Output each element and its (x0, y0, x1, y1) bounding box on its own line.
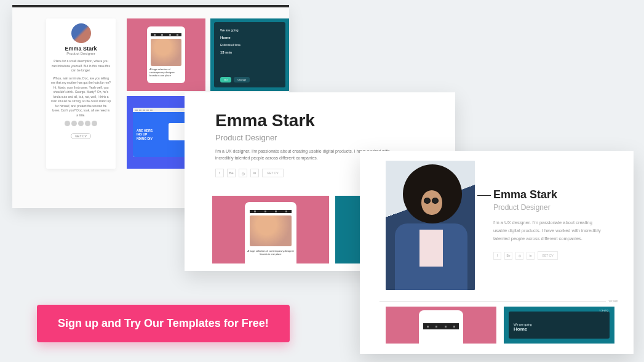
facebook-icon[interactable]: f (215, 169, 224, 177)
section-label: WORK (606, 299, 618, 303)
linkedin-icon[interactable]: in (527, 252, 535, 260)
social-icon[interactable] (92, 121, 97, 126)
phone-caption: A large selection of contemporary design… (149, 68, 183, 77)
phone-mockup (419, 310, 463, 344)
portfolio-tile-2[interactable]: 12:03 We are going Home (504, 307, 614, 344)
portfolio-tile-1[interactable]: A large selection of contemporary design… (212, 196, 329, 263)
portfolio-row: 12:03 We are going Home (386, 307, 615, 344)
teal-value: Home (514, 326, 605, 332)
get-cv-button[interactable]: GET CV (71, 133, 91, 139)
avatar (71, 23, 91, 43)
profile-role: Product Designer (493, 203, 615, 212)
portfolio-tile-1[interactable] (386, 307, 496, 344)
instagram-icon[interactable] (78, 121, 84, 126)
profile-name: Emma Stark (51, 46, 111, 52)
teal-value: Home (220, 36, 279, 39)
profile-photo (386, 161, 475, 290)
facebook-icon[interactable]: f (493, 252, 501, 260)
behance-icon[interactable] (71, 121, 77, 126)
profile-sidebar: Emma Stark Product Designer Place for a … (46, 18, 116, 169)
instagram-icon[interactable]: ◎ (239, 169, 247, 177)
instagram-icon[interactable]: ◎ (515, 252, 523, 260)
go-button[interactable]: GO (220, 77, 231, 82)
phone-caption: A large selection of contemporary design… (247, 249, 294, 255)
teal-label: We are going (220, 28, 279, 32)
linkedin-icon[interactable]: in (250, 169, 259, 177)
profile-role: Product Designer (51, 52, 111, 55)
accent-line (477, 195, 491, 196)
profile-name: Emma Stark (493, 188, 615, 201)
get-cv-button[interactable]: GET CV (538, 251, 558, 260)
profile-role: Product Designer (215, 133, 424, 142)
signup-cta-button[interactable]: Sign up and Try Our Templates for Free! (37, 305, 290, 342)
teal-sub-label: Estimated time (220, 43, 279, 47)
profile-bio-2: Whoa, wait a minute, Doc, are you tellin… (51, 76, 111, 118)
profile-bio: Place for a small description, where you… (51, 59, 111, 73)
social-row (51, 121, 111, 126)
profile-bio: I'm a UX designer. I'm passionate about … (493, 219, 601, 243)
get-cv-button[interactable]: GET CV (262, 169, 284, 177)
linkedin-icon[interactable] (85, 121, 90, 126)
social-row: f Be ◎ in GET CV (493, 251, 615, 260)
behance-icon[interactable]: Be (504, 252, 512, 260)
phone-mockup: A large selection of contemporary design… (147, 26, 185, 83)
teal-sub-value: 13 min (220, 50, 279, 54)
divider: WORK (380, 301, 618, 302)
phone-mockup: A large selection of contemporary design… (245, 202, 296, 263)
facebook-icon[interactable] (65, 121, 70, 126)
change-button[interactable]: Change (234, 77, 250, 82)
template-card-3: Emma Stark Product Designer I'm a UX des… (360, 151, 634, 354)
portfolio-tile-1[interactable]: A large selection of contemporary design… (127, 18, 205, 91)
profile-name: Emma Stark (215, 111, 424, 131)
behance-icon[interactable]: Be (227, 169, 236, 177)
hero-text: ARE HERE: ING UP NDING DIV (137, 129, 154, 141)
portfolio-tile-2[interactable]: We are going Home Estimated time 13 min … (210, 18, 289, 91)
